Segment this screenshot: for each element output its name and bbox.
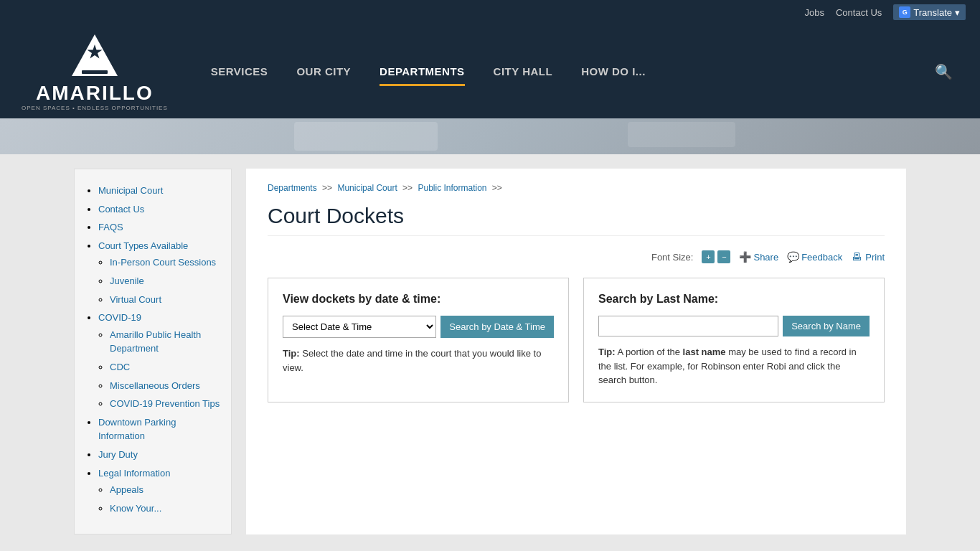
sidebar-sub-item: Amarillo Public Health Department [110, 328, 220, 356]
hero-banner [0, 118, 980, 154]
sidebar-sub-item: In-Person Court Sessions [110, 255, 220, 270]
sidebar-item: Legal InformationAppealsKnow Your... [98, 466, 220, 516]
date-time-tip-label: Tip: [283, 348, 300, 359]
sidebar-sub-item: COVID-19 Prevention Tips [110, 397, 220, 411]
main-nav: SERVICESOUR CITYDEPARTMENTSCITY HALLHOW … [197, 58, 900, 85]
sidebar-sub-link[interactable]: Appeals [110, 484, 143, 495]
sidebar-item: COVID-19Amarillo Public Health Departmen… [98, 311, 220, 411]
last-name-tip: Tip: A portion of the last name may be u… [598, 345, 870, 387]
breadcrumb-link[interactable]: Public Information [418, 183, 486, 193]
print-link[interactable]: 🖶 Print [851, 251, 885, 263]
date-time-tip: Tip: Select the date and time in the cou… [283, 347, 554, 375]
page-wrapper: Municipal CourtContact UsFAQSCourt Types… [60, 154, 920, 549]
sidebar-sub-link[interactable]: Know Your... [110, 503, 161, 514]
site-header: AMARILLO OPEN SPACES • ENDLESS OPPORTUNI… [0, 24, 980, 118]
docket-grid: View dockets by date & time: Select Date… [268, 278, 885, 402]
date-time-search-box: View dockets by date & time: Select Date… [268, 278, 569, 402]
sidebar-link[interactable]: Municipal Court [98, 185, 163, 196]
sidebar-item: Downtown Parking Information [98, 415, 220, 443]
sidebar-sub-link[interactable]: Amarillo Public Health Department [110, 329, 201, 354]
sidebar-sub-link[interactable]: Miscellaneous Orders [110, 380, 200, 391]
last-name-search-box: Search by Last Name: Search by Name Tip:… [583, 278, 885, 402]
sidebar-sub-item: Appeals [110, 483, 220, 497]
last-name-tip-before: A portion of the [618, 347, 683, 357]
sidebar-sub-link[interactable]: In-Person Court Sessions [110, 257, 216, 268]
print-label: Print [865, 252, 885, 263]
nav-item-services[interactable]: SERVICES [197, 58, 283, 85]
breadcrumb-separator: >> [400, 183, 415, 193]
date-time-search-row: Select Date & Time Search by Date & Time [283, 316, 554, 338]
sidebar-item: Jury Duty [98, 448, 220, 462]
breadcrumb-link[interactable]: Departments [268, 183, 317, 193]
nav-item-departments[interactable]: DEPARTMENTS [365, 58, 479, 85]
date-time-select[interactable]: Select Date & Time [283, 316, 436, 338]
breadcrumb-separator: >> [490, 183, 502, 193]
page-title: Court Dockets [268, 204, 885, 236]
share-icon: ➕ [739, 251, 750, 263]
jobs-link[interactable]: Jobs [805, 7, 824, 18]
topbar-contact-link[interactable]: Contact Us [836, 7, 882, 18]
logo-area: AMARILLO OPEN SPACES • ENDLESS OPPORTUNI… [22, 32, 168, 111]
feedback-link[interactable]: 💬 Feedback [787, 251, 842, 263]
last-name-input[interactable] [598, 316, 778, 336]
search-icon: 🔍 [935, 64, 953, 80]
last-name-search-row: Search by Name [598, 316, 870, 336]
print-icon: 🖶 [851, 251, 862, 263]
sidebar-sub-link[interactable]: COVID-19 Prevention Tips [110, 398, 220, 409]
main-content: Departments >> Municipal Court >> Public… [246, 169, 906, 534]
sidebar-link[interactable]: Downtown Parking Information [98, 417, 176, 442]
sidebar-sub-link[interactable]: Juvenile [110, 276, 144, 286]
share-label: Share [753, 252, 778, 263]
feedback-label: Feedback [801, 252, 842, 263]
sidebar-sub-link[interactable]: CDC [110, 362, 130, 372]
last-name-tip-label: Tip: [598, 347, 616, 357]
logo-sub-text: OPEN SPACES • ENDLESS OPPORTUNITIES [22, 105, 168, 111]
font-size-controls: + − [702, 250, 730, 263]
nav-item-how-do-i[interactable]: HOW DO I... [567, 58, 660, 85]
sidebar-link[interactable]: Court Types Available [98, 240, 188, 251]
sidebar: Municipal CourtContact UsFAQSCourt Types… [74, 169, 232, 534]
font-increase-button[interactable]: + [702, 250, 715, 263]
logo-svg [69, 32, 121, 83]
sidebar-sub-item: Virtual Court [110, 293, 220, 307]
nav-item-our-city[interactable]: OUR CITY [282, 58, 365, 85]
search-icon-button[interactable]: 🔍 [929, 57, 958, 86]
sidebar-link[interactable]: Contact Us [98, 204, 144, 215]
share-link[interactable]: ➕ Share [739, 251, 778, 263]
translate-icon: G [899, 6, 910, 18]
translate-label: Translate [913, 7, 952, 18]
sidebar-item: FAQS [98, 220, 220, 235]
breadcrumb-separator: >> [320, 183, 335, 193]
feedback-icon: 💬 [787, 251, 798, 263]
search-date-time-button[interactable]: Search by Date & Time [440, 316, 554, 338]
sidebar-item: Court Types AvailableIn-Person Court Ses… [98, 239, 220, 306]
last-name-title: Search by Last Name: [598, 293, 870, 306]
search-name-button[interactable]: Search by Name [783, 316, 870, 336]
sidebar-link[interactable]: Legal Information [98, 468, 170, 479]
sidebar-sub-item: Miscellaneous Orders [110, 379, 220, 393]
sidebar-sub-link[interactable]: Virtual Court [110, 294, 161, 305]
sidebar-sub-item: Know Your... [110, 501, 220, 516]
translate-button[interactable]: G Translate ▾ [893, 4, 966, 20]
top-bar: Jobs Contact Us G Translate ▾ [0, 0, 980, 24]
logo-main-text: AMARILLO [36, 83, 154, 103]
sidebar-item: Contact Us [98, 202, 220, 217]
sidebar-link[interactable]: COVID-19 [98, 312, 141, 323]
font-decrease-button[interactable]: − [717, 250, 730, 263]
font-size-label: Font Size: [651, 252, 694, 263]
sidebar-sub-item: Juvenile [110, 274, 220, 288]
tools-bar: Font Size: + − ➕ Share 💬 Feedback 🖶 Prin… [268, 250, 885, 263]
sidebar-item: Municipal Court [98, 184, 220, 198]
breadcrumb: Departments >> Municipal Court >> Public… [268, 183, 885, 193]
nav-item-city-hall[interactable]: CITY HALL [479, 58, 567, 85]
chevron-down-icon: ▾ [955, 7, 960, 18]
breadcrumb-link[interactable]: Municipal Court [337, 183, 397, 193]
svg-rect-2 [82, 70, 108, 74]
sidebar-link[interactable]: Jury Duty [98, 449, 138, 460]
last-name-tip-bold: last name [683, 347, 726, 357]
sidebar-sub-item: CDC [110, 360, 220, 375]
sidebar-link[interactable]: FAQS [98, 222, 123, 232]
date-time-title: View dockets by date & time: [283, 293, 554, 306]
date-time-tip-text: Select the date and time in the court th… [283, 348, 541, 373]
